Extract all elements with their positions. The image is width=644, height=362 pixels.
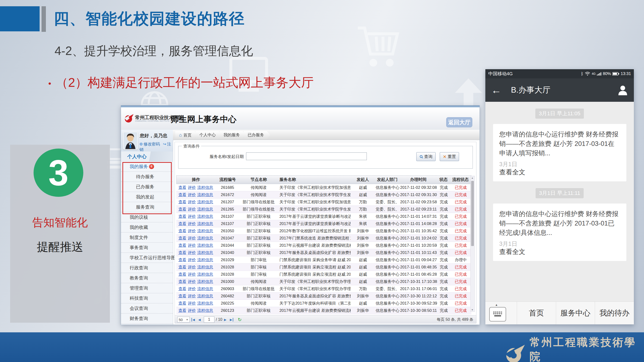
- action-link-评价[interactable]: 评价: [188, 294, 196, 298]
- action-link-查看[interactable]: 查看: [178, 294, 186, 298]
- breadcrumb-tab-个人中心[interactable]: 个人中心: [195, 131, 222, 139]
- sidebar-item-学校工作运行思维导图[interactable]: 学校工作运行思维导图: [121, 253, 173, 263]
- action-link-查看[interactable]: 查看: [178, 301, 186, 305]
- action-link-评价[interactable]: 评价: [188, 301, 196, 305]
- action-link-评价[interactable]: 评价: [188, 265, 196, 269]
- action-link-查看[interactable]: 查看: [178, 243, 186, 247]
- action-link-查看[interactable]: 查看: [178, 200, 186, 204]
- sidebar-item-制度文件[interactable]: 制度文件: [121, 232, 173, 243]
- keyboard-toggle[interactable]: ▲: [485, 302, 517, 324]
- sidebar-item-我的发起[interactable]: 我的发起: [121, 192, 173, 202]
- phone-tab-首页[interactable]: 首页: [517, 302, 556, 324]
- action-link-评价[interactable]: 评价: [188, 243, 196, 247]
- action-link-流程信息[interactable]: 流程信息: [197, 250, 213, 255]
- action-link-查看[interactable]: 查看: [178, 250, 186, 255]
- action-link-评价[interactable]: 评价: [188, 229, 196, 233]
- action-link-评价[interactable]: 评价: [188, 192, 196, 197]
- scroll-down-icon[interactable]: ▼: [470, 309, 474, 311]
- scroll-up-icon[interactable]: ▲: [470, 177, 474, 179]
- action-link-查看[interactable]: 查看: [178, 272, 186, 276]
- sidebar-item-我的收藏[interactable]: 我的收藏: [121, 222, 173, 232]
- first-page-icon[interactable]: ◀: [192, 318, 195, 322]
- action-link-查看[interactable]: 查看: [178, 229, 186, 233]
- sidebar-item-事务查询[interactable]: 事务查询: [121, 243, 173, 253]
- refresh-icon[interactable]: ↻: [238, 317, 242, 323]
- phone-tab-服务中心[interactable]: 服务中心: [556, 302, 595, 324]
- page-size-select[interactable]: 50▼: [177, 317, 190, 323]
- action-link-流程信息[interactable]: 流程信息: [197, 214, 213, 218]
- action-link-评价[interactable]: 评价: [188, 287, 196, 291]
- action-link-评价[interactable]: 评价: [188, 221, 196, 226]
- prev-page-icon[interactable]: ◀: [198, 318, 201, 322]
- sidebar-item-服务查询[interactable]: 服务查询: [121, 202, 173, 212]
- action-link-评价[interactable]: 评价: [188, 272, 196, 276]
- action-link-流程信息[interactable]: 流程信息: [197, 236, 213, 240]
- search-button[interactable]: 查询: [416, 152, 436, 161]
- person-icon[interactable]: [618, 85, 628, 96]
- action-link-查看[interactable]: 查看: [178, 287, 186, 291]
- sidebar-item-待办服务[interactable]: 待办服务: [121, 172, 173, 182]
- action-link-评价[interactable]: 评价: [188, 214, 196, 218]
- action-link-评价[interactable]: 评价: [188, 250, 196, 255]
- action-link-评价[interactable]: 评价: [188, 258, 196, 262]
- next-page-icon[interactable]: ▶: [224, 318, 226, 322]
- action-link-评价[interactable]: 评价: [188, 308, 196, 313]
- action-link-流程信息[interactable]: 流程信息: [197, 207, 213, 211]
- action-link-查看[interactable]: 查看: [178, 236, 186, 240]
- reset-button[interactable]: ✕ 重置: [440, 152, 459, 161]
- scrollbar-thumb[interactable]: [471, 181, 474, 246]
- action-link-评价[interactable]: 评价: [188, 236, 196, 240]
- action-link-查看[interactable]: 查看: [178, 265, 186, 269]
- action-link-查看[interactable]: 查看: [178, 308, 186, 313]
- initiator-cell: 刘振华: [350, 227, 375, 234]
- breadcrumb-tab-我的服务[interactable]: 我的服务: [220, 131, 246, 139]
- action-link-查看[interactable]: 查看: [178, 214, 186, 218]
- sidebar-item-会议查询[interactable]: 会议查询: [121, 303, 173, 314]
- action-link-流程信息[interactable]: 流程信息: [197, 279, 213, 284]
- action-link-流程信息[interactable]: 流程信息: [197, 308, 213, 313]
- action-link-流程信息[interactable]: 流程信息: [197, 185, 213, 189]
- sidebar-item-科技查询[interactable]: 科技查询: [121, 293, 173, 303]
- action-link-流程信息[interactable]: 流程信息: [197, 192, 213, 197]
- breadcrumb-tab-已办服务[interactable]: 已办服务: [244, 131, 270, 139]
- last-page-icon[interactable]: ▶: [230, 318, 233, 322]
- action-link-查看[interactable]: 查看: [178, 192, 186, 197]
- action-link-流程信息[interactable]: 流程信息: [197, 258, 213, 262]
- action-link-流程信息[interactable]: 流程信息: [197, 287, 213, 291]
- sidebar-item-label: 已办服务: [136, 184, 154, 189]
- action-link-评价[interactable]: 评价: [188, 185, 196, 189]
- view-full-link[interactable]: 查看全文: [499, 168, 526, 177]
- return-hall-button[interactable]: 返回大厅: [446, 117, 472, 127]
- table-scrollbar[interactable]: ▲ ▼: [470, 176, 475, 312]
- sidebar-item-教务查询[interactable]: 教务查询: [121, 273, 173, 283]
- sidebar-item-我的议核[interactable]: 我的议核: [121, 212, 173, 222]
- sidebar-item-已办服务[interactable]: 已办服务: [121, 182, 173, 192]
- sidebar-item-行政查询[interactable]: 行政查询: [121, 263, 173, 273]
- action-link-流程信息[interactable]: 流程信息: [197, 243, 213, 247]
- action-link-流程信息[interactable]: 流程信息: [197, 294, 213, 298]
- sidebar-item-我的服务[interactable]: 我的服务4: [121, 162, 173, 172]
- action-link-评价[interactable]: 评价: [188, 207, 196, 211]
- action-link-流程信息[interactable]: 流程信息: [197, 200, 213, 204]
- page-number-input[interactable]: 1: [204, 316, 214, 323]
- action-link-查看[interactable]: 查看: [178, 207, 186, 211]
- change-password-link[interactable]: 修改密码: [144, 142, 160, 146]
- breadcrumb-tab-首页[interactable]: ⌂首页: [175, 131, 198, 139]
- action-link-流程信息[interactable]: 流程信息: [197, 221, 213, 226]
- action-link-流程信息[interactable]: 流程信息: [197, 301, 213, 305]
- back-arrow-icon[interactable]: ←: [491, 85, 501, 95]
- action-link-评价[interactable]: 评价: [188, 279, 196, 284]
- action-link-评价[interactable]: 评价: [188, 200, 196, 204]
- action-link-查看[interactable]: 查看: [178, 258, 186, 262]
- sidebar-item-财务查询[interactable]: 财务查询: [121, 314, 173, 324]
- action-link-流程信息[interactable]: 流程信息: [197, 229, 213, 233]
- query-input[interactable]: [246, 153, 367, 160]
- action-link-查看[interactable]: 查看: [178, 221, 186, 226]
- action-link-流程信息[interactable]: 流程信息: [197, 265, 213, 269]
- action-link-流程信息[interactable]: 流程信息: [197, 272, 213, 276]
- sidebar-item-管理查询[interactable]: 管理查询: [121, 283, 173, 293]
- action-link-查看[interactable]: 查看: [178, 185, 186, 189]
- action-link-查看[interactable]: 查看: [178, 279, 186, 284]
- view-full-link[interactable]: 查看全文: [499, 247, 526, 256]
- phone-tab-我的待办[interactable]: 我的待办: [595, 302, 634, 324]
